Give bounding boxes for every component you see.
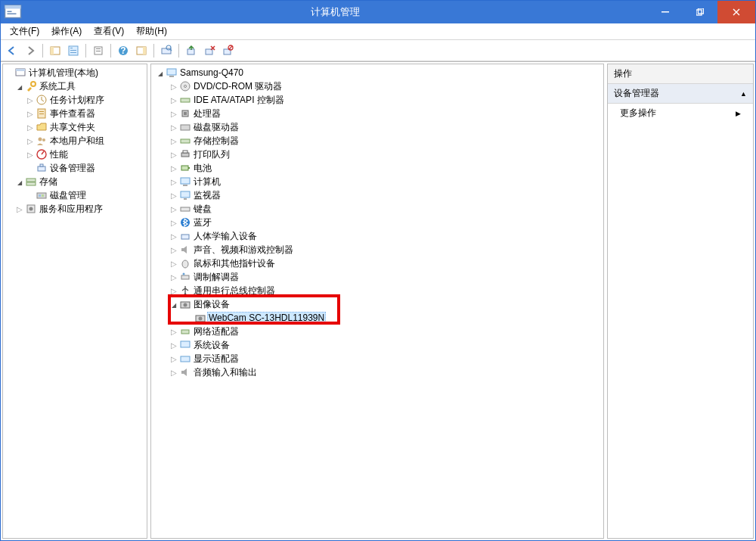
expander-icon[interactable]: [169, 191, 178, 200]
tree-storage[interactable]: 存储: [3, 175, 147, 188]
console-tree[interactable]: 计算机管理(本地) 系统工具 任务计划程序 事件查看器 共享文件夹 本地用户和组…: [3, 64, 147, 217]
expander-icon[interactable]: [169, 232, 178, 241]
uninstall-device-button[interactable]: [201, 42, 218, 59]
tree-services-apps[interactable]: 服务和应用程序: [3, 202, 147, 216]
expander-icon[interactable]: [169, 246, 178, 254]
expander-icon[interactable]: [169, 137, 178, 145]
close-button[interactable]: [717, 1, 755, 23]
device-bluetooth[interactable]: 蓝牙: [151, 216, 603, 229]
expander-icon[interactable]: [169, 219, 178, 227]
submenu-arrow-icon: ▶: [736, 110, 741, 117]
tree-event-viewer[interactable]: 事件查看器: [3, 107, 147, 120]
expander-icon[interactable]: [169, 287, 178, 295]
export-list-button[interactable]: [90, 42, 107, 59]
expander-icon[interactable]: [169, 110, 178, 118]
show-hide-tree-button[interactable]: [47, 42, 64, 59]
device-system[interactable]: 系统设备: [151, 338, 603, 352]
expander-icon[interactable]: [169, 123, 178, 132]
expander-icon[interactable]: [156, 69, 165, 77]
properties-button[interactable]: [65, 42, 82, 59]
device-monitor[interactable]: 监视器: [151, 188, 603, 202]
device-ide[interactable]: IDE ATA/ATAPI 控制器: [151, 93, 603, 107]
svg-rect-46: [169, 76, 174, 77]
tree-system-tools[interactable]: 系统工具: [3, 79, 147, 93]
device-mouse[interactable]: 鼠标和其他指针设备: [151, 257, 603, 270]
expander-icon[interactable]: [26, 123, 35, 132]
expander-icon[interactable]: [26, 96, 35, 104]
toolbar-separator: [110, 44, 111, 58]
device-tree[interactable]: Samsung-Q470 DVD/CD-ROM 驱动器 IDE ATA/ATAP…: [151, 64, 603, 381]
actions-section[interactable]: 设备管理器 ▲: [608, 84, 753, 104]
menu-file[interactable]: 文件(F): [4, 23, 45, 39]
back-button[interactable]: [4, 42, 20, 59]
tree-root[interactable]: 计算机管理(本地): [3, 66, 147, 79]
expander-icon[interactable]: [26, 151, 35, 159]
device-imaging[interactable]: 图像设备: [151, 297, 603, 311]
device-webcam[interactable]: WebCam SC-13HDL11939N: [151, 311, 603, 325]
expander-icon[interactable]: [26, 110, 35, 118]
svg-rect-1: [5, 5, 21, 9]
device-print[interactable]: 打印队列: [151, 148, 603, 161]
svg-rect-39: [26, 182, 36, 185]
device-usb[interactable]: 通用串行总线控制器: [151, 284, 603, 297]
expander-icon[interactable]: [15, 205, 24, 213]
device-battery[interactable]: 电池: [151, 161, 603, 175]
scan-hardware-button[interactable]: [158, 42, 175, 59]
restore-button[interactable]: [683, 1, 717, 23]
device-disk-drives[interactable]: 磁盘驱动器: [151, 120, 603, 134]
disable-device-button[interactable]: [219, 42, 236, 59]
bluetooth-icon: [178, 216, 192, 229]
expander-icon[interactable]: [26, 137, 35, 145]
minimize-button[interactable]: [648, 1, 683, 23]
expander-icon[interactable]: [169, 273, 178, 281]
device-audio-io[interactable]: 音频输入和输出: [151, 365, 603, 379]
expander-icon[interactable]: [15, 82, 24, 91]
device-sound[interactable]: 声音、视频和游戏控制器: [151, 243, 603, 257]
menu-view[interactable]: 查看(V): [88, 23, 130, 39]
help-button[interactable]: ?: [115, 42, 132, 59]
expander-icon[interactable]: [169, 328, 178, 336]
expander-icon[interactable]: [169, 151, 178, 159]
tree-shared-folders[interactable]: 共享文件夹: [3, 120, 147, 134]
expander-icon[interactable]: [169, 341, 178, 350]
battery-icon: [178, 162, 192, 174]
svg-rect-10: [70, 48, 73, 48]
device-keyboard[interactable]: 键盘: [151, 202, 603, 216]
expander-icon[interactable]: [169, 260, 178, 268]
tree-performance[interactable]: 性能: [3, 148, 147, 161]
expander-icon[interactable]: [169, 205, 178, 213]
device-display[interactable]: 显示适配器: [151, 352, 603, 365]
svg-rect-37: [40, 164, 43, 166]
menu-help[interactable]: 帮助(H): [130, 23, 173, 39]
device-computer[interactable]: 计算机: [151, 175, 603, 188]
expander-icon[interactable]: [169, 368, 178, 377]
device-hid[interactable]: 人体学输入设备: [151, 229, 603, 243]
device-dvd[interactable]: DVD/CD-ROM 驱动器: [151, 79, 603, 93]
device-modem[interactable]: 调制解调器: [151, 270, 603, 284]
window-title: 计算机管理: [22, 5, 648, 19]
tree-device-manager[interactable]: 设备管理器: [3, 161, 147, 175]
expander-icon[interactable]: [169, 164, 178, 173]
tree-disk-mgmt[interactable]: 磁盘管理: [3, 188, 147, 202]
perf-icon: [35, 148, 48, 160]
network-icon: [178, 325, 192, 337]
title-bar[interactable]: 计算机管理: [1, 1, 755, 23]
expander-icon[interactable]: [15, 178, 24, 186]
expander-icon[interactable]: [169, 82, 178, 91]
device-root[interactable]: Samsung-Q470: [151, 66, 603, 79]
forward-button[interactable]: [22, 42, 39, 59]
svg-rect-31: [39, 111, 44, 112]
tree-task-scheduler[interactable]: 任务计划程序: [3, 93, 147, 107]
detail-pane-button[interactable]: [133, 42, 150, 59]
expander-icon[interactable]: [169, 178, 178, 186]
device-network[interactable]: 网络适配器: [151, 325, 603, 338]
menu-action[interactable]: 操作(A): [45, 23, 88, 39]
device-storage-ctrl[interactable]: 存储控制器: [151, 134, 603, 148]
update-driver-button[interactable]: [183, 42, 200, 59]
tree-local-users[interactable]: 本地用户和组: [3, 134, 147, 148]
device-cpu[interactable]: 处理器: [151, 107, 603, 120]
expander-icon[interactable]: [169, 355, 178, 363]
expander-icon[interactable]: [169, 96, 178, 104]
expander-icon[interactable]: [169, 300, 178, 309]
actions-more[interactable]: 更多操作 ▶: [608, 104, 753, 123]
